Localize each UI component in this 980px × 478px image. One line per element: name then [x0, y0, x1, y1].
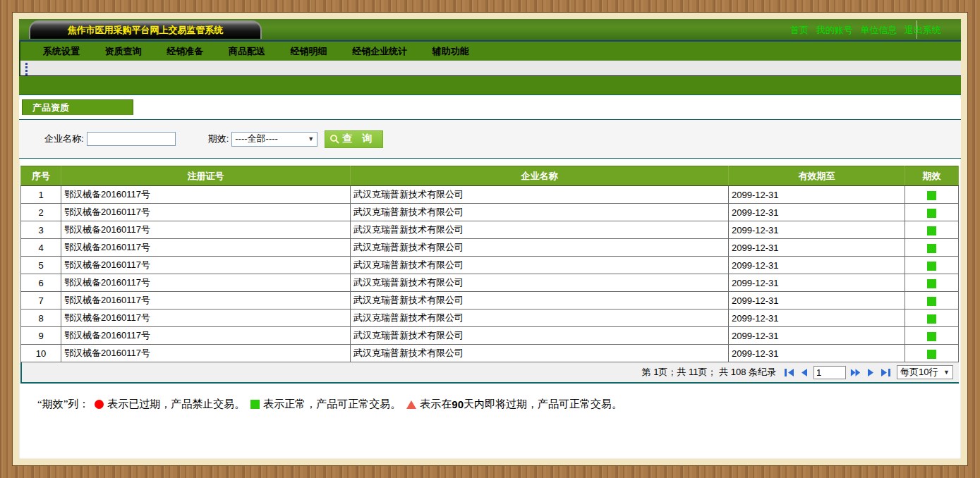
- last-page-button[interactable]: [879, 367, 891, 378]
- link-unit-info[interactable]: 单位信息: [860, 25, 897, 35]
- expiry-date: 2099-12-31: [729, 274, 905, 292]
- menu-item-aux-functions[interactable]: 辅助功能: [432, 46, 469, 56]
- table-row: 3鄂汉械备20160117号武汉克瑞普新技术有限公司2099-12-31: [21, 221, 959, 239]
- status-cell: [905, 274, 959, 292]
- expiry-date: 2099-12-31: [729, 239, 905, 257]
- normal-marker-icon: [250, 400, 260, 409]
- table-header-row: 序号 注册证号 企业名称 有效期至 期效: [21, 166, 959, 186]
- link-home[interactable]: 首页: [790, 25, 809, 35]
- cert-number: 鄂汉械备20160117号: [61, 204, 351, 221]
- company-name: 武汉克瑞普新技术有限公司: [351, 327, 729, 345]
- menu-item-distribution-prep[interactable]: 经销准备: [167, 46, 203, 56]
- col-header-index: 序号: [21, 166, 61, 186]
- cert-number: 鄂汉械备20160117号: [61, 327, 351, 345]
- status-normal-icon: [927, 244, 936, 253]
- cert-number: 鄂汉械备20160117号: [61, 221, 351, 239]
- expiry-date: 2099-12-31: [729, 257, 905, 274]
- expiry-date: 2099-12-31: [729, 327, 905, 345]
- link-my-account[interactable]: 我的账号: [816, 25, 853, 35]
- page-size-select[interactable]: 每页10行 ▼: [897, 365, 953, 379]
- expiry-date: 2099-12-31: [729, 221, 905, 239]
- status-normal-icon: [927, 297, 936, 306]
- col-header-company: 企业名称: [351, 166, 729, 186]
- menu-item-distribution-detail[interactable]: 经销明细: [291, 46, 327, 56]
- cert-number: 鄂汉械备20160117号: [61, 257, 351, 274]
- results-table: 序号 注册证号 企业名称 有效期至 期效 1鄂汉械备20160117号武汉克瑞普…: [20, 166, 959, 362]
- row-index: 6: [21, 274, 61, 292]
- legend-prefix: “期效”列：: [37, 398, 89, 411]
- go-page-button[interactable]: [849, 367, 861, 378]
- status-cell: [905, 292, 959, 310]
- table-body: 1鄂汉械备20160117号武汉克瑞普新技术有限公司2099-12-312鄂汉械…: [21, 186, 959, 362]
- link-logout[interactable]: 退出系统: [905, 25, 941, 35]
- tab-row: 产品资质: [19, 99, 961, 119]
- legend-expired-text: 表示已过期，产品禁止交易。: [107, 398, 245, 411]
- expiry-date: 2099-12-31: [729, 310, 905, 327]
- prev-page-button[interactable]: [798, 367, 810, 378]
- expired-marker-icon: [95, 400, 104, 409]
- first-page-button[interactable]: [783, 367, 795, 378]
- period-selected-value: ----全部----: [235, 133, 278, 145]
- company-name: 武汉克瑞普新技术有限公司: [351, 292, 729, 310]
- table-row: 4鄂汉械备20160117号武汉克瑞普新技术有限公司2099-12-31: [21, 239, 959, 257]
- row-index: 1: [21, 186, 61, 204]
- expiry-date: 2099-12-31: [729, 186, 905, 204]
- status-normal-icon: [927, 314, 936, 324]
- company-name-input[interactable]: [87, 132, 176, 146]
- menu-item-qualification-query[interactable]: 资质查询: [105, 46, 142, 56]
- status-normal-icon: [927, 279, 936, 288]
- legend-normal-text: 表示正常，产品可正常交易。: [263, 398, 401, 411]
- col-header-cert: 注册证号: [61, 166, 351, 186]
- status-cell: [905, 204, 959, 221]
- status-normal-icon: [927, 262, 936, 271]
- expiry-date: 2099-12-31: [729, 204, 905, 221]
- row-index: 5: [21, 257, 61, 274]
- pagination-summary: 第 1页；共 11页； 共 108 条纪录: [642, 366, 776, 379]
- table-row: 8鄂汉械备20160117号武汉克瑞普新技术有限公司2099-12-31: [21, 310, 959, 327]
- search-icon: [329, 134, 340, 145]
- row-index: 10: [21, 345, 61, 362]
- expiry-date: 2099-12-31: [729, 292, 905, 310]
- main-menu: 系统设置 资质查询 经销准备 商品配送 经销明细 经销企业统计 辅助功能: [19, 42, 961, 61]
- status-normal-icon: [927, 226, 936, 235]
- search-button[interactable]: 查 询: [325, 130, 383, 148]
- app-title-tab: 焦作市医用采购平台网上交易监管系统: [29, 20, 262, 39]
- status-cell: [905, 345, 959, 362]
- col-header-expiry: 有效期至: [729, 166, 905, 186]
- chevron-down-icon: ▼: [308, 135, 314, 142]
- company-name: 武汉克瑞普新技术有限公司: [351, 204, 729, 221]
- header-bar: 焦作市医用采购平台网上交易监管系统 首页 我的账号 单位信息 退出系统: [19, 19, 961, 42]
- company-name: 武汉克瑞普新技术有限公司: [351, 221, 729, 239]
- status-cell: [905, 221, 959, 239]
- tab-product-qualification[interactable]: 产品资质: [22, 99, 133, 115]
- table-row: 9鄂汉械备20160117号武汉克瑞普新技术有限公司2099-12-31: [21, 327, 959, 345]
- menu-item-distributor-stats[interactable]: 经销企业统计: [352, 46, 407, 56]
- row-index: 9: [21, 327, 61, 345]
- next-page-button[interactable]: [864, 367, 876, 378]
- row-index: 4: [21, 239, 61, 257]
- menu-item-goods-delivery[interactable]: 商品配送: [229, 46, 265, 56]
- table-row: 5鄂汉械备20160117号武汉克瑞普新技术有限公司2099-12-31: [21, 257, 959, 274]
- cert-number: 鄂汉械备20160117号: [61, 186, 351, 204]
- cert-number: 鄂汉械备20160117号: [61, 239, 351, 257]
- status-legend: “期效”列： 表示已过期，产品禁止交易。 表示正常，产品可正常交易。 表示在 9…: [37, 398, 961, 411]
- header-links: 首页 我的账号 单位信息 退出系统: [785, 24, 941, 37]
- table-row: 6鄂汉械备20160117号武汉克瑞普新技术有限公司2099-12-31: [21, 274, 959, 292]
- status-normal-icon: [927, 209, 936, 218]
- page-number-input[interactable]: [813, 366, 846, 379]
- status-normal-icon: [927, 332, 936, 341]
- cert-number: 鄂汉械备20160117号: [61, 345, 351, 362]
- status-normal-icon: [927, 191, 936, 200]
- filter-panel: 企业名称: 期效: ----全部---- ▼ 查 询: [19, 119, 961, 159]
- chevron-down-icon: ▼: [943, 369, 950, 376]
- col-header-status: 期效: [905, 166, 959, 186]
- period-select[interactable]: ----全部---- ▼: [231, 132, 317, 147]
- table-row: 10鄂汉械备20160117号武汉克瑞普新技术有限公司2099-12-31: [21, 345, 959, 362]
- cert-number: 鄂汉械备20160117号: [61, 274, 351, 292]
- company-name: 武汉克瑞普新技术有限公司: [351, 274, 729, 292]
- menu-item-system-settings[interactable]: 系统设置: [43, 46, 80, 56]
- legend-expiring-days: 90: [452, 398, 464, 410]
- drag-handle-icon[interactable]: [25, 63, 28, 75]
- status-cell: [905, 186, 959, 204]
- table-row: 2鄂汉械备20160117号武汉克瑞普新技术有限公司2099-12-31: [21, 204, 959, 221]
